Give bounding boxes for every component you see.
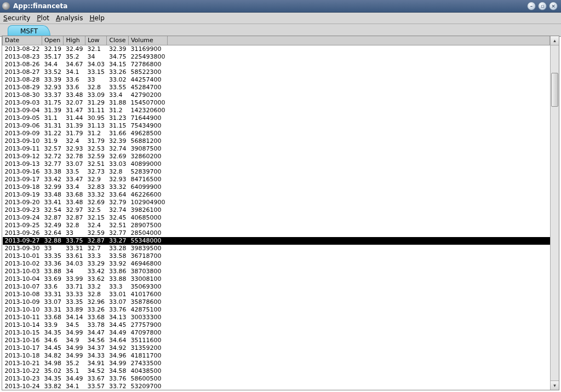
table-row[interactable]: 2013-09-1031.932.431.7932.3956881200 — [3, 137, 550, 145]
cell: 2013-09-18 — [3, 183, 42, 191]
cell: 32.19 — [42, 45, 64, 53]
table-row[interactable]: 2013-08-3033.3733.4833.0933.442790200 — [3, 91, 550, 99]
table-row[interactable]: 2013-09-1832.9933.432.8333.3264099900 — [3, 183, 550, 191]
table-row[interactable]: 2013-10-0233.3634.0333.2933.9246946800 — [3, 260, 550, 268]
table-row[interactable]: 2013-10-0333.883433.4233.8638703800 — [3, 268, 550, 275]
table-row[interactable]: 2013-08-2833.3933.63333.0244257400 — [3, 76, 550, 84]
cell: 33.68 — [42, 314, 64, 321]
cell: 27757900 — [128, 321, 167, 329]
menu-plot[interactable]: Plot — [37, 14, 49, 22]
table-row[interactable]: 2013-10-0733.633.7133.233.335069300 — [3, 283, 550, 291]
window-titlebar[interactable]: App::financeta – ▫ × — [0, 0, 561, 13]
table-row[interactable]: 2013-10-0433.6933.9933.6233.8833008100 — [3, 275, 550, 283]
menu-analysis[interactable]: Analysis — [56, 14, 83, 22]
cell: 33.76 — [107, 375, 129, 383]
cell: 34.03 — [64, 260, 85, 268]
table-row[interactable]: 2013-09-2732.8833.7532.8733.2755348000 — [3, 237, 550, 245]
cell: 34.15 — [107, 61, 129, 68]
column-header-close[interactable]: Close — [107, 36, 129, 45]
table-row[interactable]: 2013-10-1033.3133.8933.2633.7642875100 — [3, 306, 550, 314]
column-header-low[interactable]: Low — [85, 36, 107, 45]
cell: 33.99 — [64, 275, 85, 283]
table-row[interactable]: 2013-10-1834.8234.9934.3334.9641811700 — [3, 352, 550, 360]
table-row[interactable]: 2013-09-0931.2231.7931.231.6649628500 — [3, 130, 550, 137]
cell: 34.91 — [85, 360, 107, 367]
scroll-track[interactable] — [551, 45, 559, 381]
table-row[interactable]: 2013-08-2932.9333.632.833.5545284700 — [3, 84, 550, 91]
table-row[interactable]: 2013-09-1232.7232.7832.5932.6932860200 — [3, 153, 550, 160]
cell: 34.35 — [42, 329, 64, 337]
table-row[interactable]: 2013-10-1634.634.934.5634.6435111600 — [3, 337, 550, 344]
cell: 30033300 — [128, 314, 167, 321]
column-header-open[interactable]: Open — [42, 36, 64, 45]
cell: 33.92 — [107, 260, 129, 268]
table-row[interactable]: 2013-09-1633.3833.532.7332.852839700 — [3, 168, 550, 176]
cell: 33.72 — [107, 383, 129, 390]
table-row[interactable]: 2013-10-0833.3133.3332.833.0141017600 — [3, 291, 550, 298]
cell: 33.26 — [107, 68, 129, 76]
cell: 33.28 — [107, 245, 129, 252]
table-row[interactable]: 2013-09-2632.643332.5932.7728504000 — [3, 229, 550, 237]
table-row[interactable]: 2013-10-1534.3534.9934.4734.4947097800 — [3, 329, 550, 337]
table-row[interactable]: 2013-09-2332.5432.9732.532.7439826100 — [3, 206, 550, 214]
table-row[interactable]: 2013-09-0431.3931.4731.1131.2142320600 — [3, 107, 550, 114]
table-row[interactable]: 2013-10-0933.0733.3532.9633.0735878600 — [3, 298, 550, 306]
cell: 32.93 — [42, 84, 64, 91]
cell: 33.69 — [42, 275, 64, 283]
tab-msft[interactable]: MSFT — [8, 25, 50, 37]
cell: 33.3 — [85, 252, 107, 260]
cell: 32.78 — [64, 153, 85, 160]
table-row[interactable]: 2013-09-1332.7733.0732.5133.0340899000 — [3, 160, 550, 168]
table-row[interactable]: 2013-08-2232.1932.4932.132.3931169900 — [3, 45, 550, 53]
vertical-scrollbar[interactable]: ▴ ▾ — [550, 36, 559, 390]
table-row[interactable]: 2013-10-2334.3534.4933.6733.7658600500 — [3, 375, 550, 383]
table-row[interactable]: 2013-09-2432.8732.8732.1532.4540685000 — [3, 214, 550, 222]
cell: 31.79 — [64, 130, 85, 137]
table-row[interactable]: 2013-09-0631.3131.3931.1331.1575434900 — [3, 122, 550, 130]
table-row[interactable]: 2013-10-1433.934.533.7834.4527757900 — [3, 321, 550, 329]
scroll-down-arrow-icon[interactable]: ▾ — [551, 381, 559, 390]
cell: 34.82 — [42, 352, 64, 360]
table-row[interactable]: 2013-10-2433.8234.133.5733.7253209700 — [3, 383, 550, 390]
table-row[interactable]: 2013-10-1133.6834.1433.6834.1330033300 — [3, 314, 550, 321]
cell: 31.31 — [42, 122, 64, 130]
table-row[interactable]: 2013-09-2532.4932.832.432.5128907500 — [3, 222, 550, 229]
close-button[interactable]: × — [549, 2, 558, 10]
cell: 34.99 — [107, 360, 129, 367]
minimize-button[interactable]: – — [527, 2, 536, 10]
cell: 2013-09-24 — [3, 214, 42, 222]
cell: 34.67 — [64, 61, 85, 68]
table-row[interactable]: 2013-09-0331.7532.0731.2931.88154507000 — [3, 99, 550, 107]
table-row[interactable]: 2013-09-2033.4133.4832.6932.79102904900 — [3, 199, 550, 206]
table-row[interactable]: 2013-10-2235.0235.134.5234.5840438500 — [3, 367, 550, 375]
cell: 33.26 — [85, 306, 107, 314]
table-row[interactable]: 2013-09-1933.4833.6833.3233.6446226600 — [3, 191, 550, 199]
table-row[interactable]: 2013-08-2335.1735.23434.75225493800 — [3, 53, 550, 61]
column-header-volume[interactable]: Volume — [128, 36, 167, 45]
table-row[interactable]: 2013-08-2733.5234.133.1533.2658522300 — [3, 68, 550, 76]
table-row[interactable]: 2013-10-0133.3533.6133.333.5836718700 — [3, 252, 550, 260]
cell: 33.31 — [42, 306, 64, 314]
scroll-thumb[interactable] — [551, 73, 558, 107]
cell: 35.17 — [42, 53, 64, 61]
table-row[interactable]: 2013-09-1132.5732.9332.5332.7439087500 — [3, 145, 550, 153]
menu-help[interactable]: Help — [89, 14, 104, 22]
table-row[interactable]: 2013-10-1734.4534.9934.3734.9231359200 — [3, 344, 550, 352]
table-row[interactable]: 2013-09-1733.4233.4732.932.9384716500 — [3, 176, 550, 183]
cell: 32.73 — [85, 168, 107, 176]
column-header-date[interactable]: Date — [3, 36, 42, 45]
column-header-high[interactable]: High — [64, 36, 85, 45]
cell: 34.45 — [107, 321, 129, 329]
cell: 2013-10-09 — [3, 298, 42, 306]
table-scroll-area[interactable]: Date Open High Low Close Volume 2013-08-… — [2, 36, 550, 390]
maximize-button[interactable]: ▫ — [538, 2, 547, 10]
menu-security[interactable]: Security — [3, 14, 30, 22]
table-row[interactable]: 2013-09-303333.3132.733.2839839500 — [3, 245, 550, 252]
cell: 34.75 — [107, 53, 129, 61]
table-row[interactable]: 2013-08-2634.434.6734.0334.1572786800 — [3, 61, 550, 68]
scroll-up-arrow-icon[interactable]: ▴ — [551, 36, 559, 45]
cell: 2013-10-16 — [3, 337, 42, 344]
cell: 32.51 — [85, 160, 107, 168]
table-row[interactable]: 2013-10-2134.9835.234.9134.9927433500 — [3, 360, 550, 367]
table-row[interactable]: 2013-09-0531.131.4430.9531.2371644900 — [3, 114, 550, 122]
